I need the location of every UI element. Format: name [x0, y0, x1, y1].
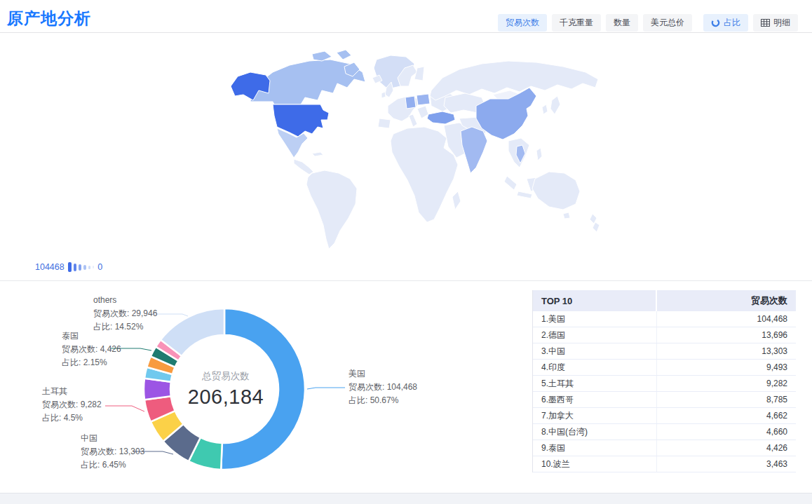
table-row: 4.印度9,493 — [533, 360, 796, 376]
callout-value: 贸易次数: 9,282 — [42, 398, 102, 411]
callout-value: 贸易次数: 4,426 — [62, 343, 121, 356]
toolbar: 贸易次数千克重量数量美元总价占比明细 — [498, 14, 798, 32]
table-cell-country: 10.波兰 — [533, 456, 657, 472]
table-row: 8.中国(台湾)4,660 — [533, 424, 796, 440]
map-region-iberia[interactable] — [378, 118, 391, 128]
map-region-cuba[interactable] — [312, 152, 323, 156]
map-region-japan[interactable] — [550, 96, 560, 114]
callout-percent: 占比: 2.15% — [62, 356, 121, 369]
top10-header-rank: TOP 10 — [533, 290, 657, 311]
table-cell-value: 4,426 — [657, 443, 796, 453]
table-row: 10.波兰3,463 — [533, 456, 796, 472]
metric-tab-千克重量[interactable]: 千克重量 — [552, 14, 601, 32]
map-region-italy[interactable] — [409, 114, 417, 127]
table-cell-country: 7.加拿大 — [533, 408, 657, 423]
table-cell-value: 13,303 — [657, 346, 796, 356]
map-legend: 104468 0 — [35, 261, 102, 273]
map-region-turkey[interactable] — [427, 111, 455, 124]
map-region-india[interactable] — [461, 127, 487, 173]
map-region-finland[interactable] — [414, 67, 424, 81]
table-cell-country: 5.土耳其 — [533, 376, 657, 391]
table-grid-icon — [761, 19, 770, 27]
table-cell-value: 4,660 — [657, 427, 796, 437]
table-cell-value: 3,463 — [657, 459, 796, 469]
callout-name: 美国 — [349, 367, 417, 381]
map-region-sumatra[interactable] — [504, 176, 517, 190]
table-cell-value: 104,468 — [657, 314, 796, 324]
map-region-germany[interactable] — [405, 96, 416, 109]
callout-name: 泰国 — [62, 329, 121, 343]
origin-analysis-page: 原产地分析 贸易次数千克重量数量美元总价占比明细 — [0, 0, 812, 504]
table-cell-country: 6.墨西哥 — [533, 392, 657, 407]
legend-bar — [74, 264, 77, 271]
metric-tab-贸易次数[interactable]: 贸易次数 — [498, 14, 547, 32]
legend-bar — [83, 265, 86, 270]
legend-bar — [79, 264, 81, 271]
map-region-ireland[interactable] — [381, 92, 386, 98]
table-cell-value: 8,785 — [657, 395, 796, 404]
map-region-balkans[interactable] — [417, 106, 428, 118]
table-cell-value: 4,662 — [657, 411, 796, 421]
legend-bar — [68, 262, 72, 272]
callout-line-usa — [307, 388, 345, 389]
callout-percent: 占比: 4.5% — [42, 411, 102, 425]
callout-percent: 占比: 50.67% — [349, 394, 417, 407]
table-row: 6.墨西哥8,785 — [533, 392, 796, 408]
map-legend-bars — [68, 262, 95, 272]
table-cell-country: 2.德国 — [533, 327, 657, 343]
top10-table-header: TOP 10 贸易次数 — [533, 290, 796, 311]
map-region-poland[interactable] — [417, 94, 430, 105]
map-region-philippines[interactable] — [536, 148, 542, 161]
table-cell-value: 9,493 — [657, 362, 796, 372]
donut-chart-icon — [711, 18, 720, 27]
legend-bar — [88, 266, 90, 269]
map-region-korea[interactable] — [542, 104, 548, 114]
section-divider — [0, 280, 812, 281]
callout-value: 贸易次数: 29,946 — [93, 307, 157, 320]
donut-callout-china: 中国 贸易次数: 13,303 占比: 6.45% — [81, 432, 144, 472]
table-cell-country: 9.泰国 — [533, 440, 657, 456]
table-row: 3.中国13,303 — [533, 343, 796, 360]
page-title: 原产地分析 — [7, 8, 91, 29]
donut-callout-turkey: 土耳其 贸易次数: 9,282 占比: 4.5% — [42, 385, 102, 425]
table-cell-country: 4.印度 — [533, 360, 657, 375]
top10-table-body: 1.美国104,4682.德国13,6963.中国13,3034.印度9,493… — [533, 311, 796, 472]
map-region-java[interactable] — [517, 191, 532, 198]
table-row: 1.美国104,468 — [533, 311, 796, 327]
table-row: 7.加拿大4,662 — [533, 408, 796, 424]
callout-value: 贸易次数: 13,303 — [81, 445, 144, 458]
callout-percent: 占比: 6.45% — [81, 458, 144, 472]
table-cell-country: 3.中国 — [533, 343, 657, 359]
page-header: 原产地分析 贸易次数千克重量数量美元总价占比明细 — [0, 0, 812, 33]
donut-callout-thailand: 泰国 贸易次数: 4,426 占比: 2.15% — [62, 329, 121, 369]
map-legend-min: 0 — [97, 262, 102, 272]
footer-band — [0, 493, 812, 504]
donut-callout-others: others 贸易次数: 29,946 占比: 14.52% — [93, 294, 157, 334]
legend-bar — [93, 266, 95, 268]
callout-value: 贸易次数: 104,468 — [349, 381, 417, 394]
map-region-canada-arctic-2[interactable] — [337, 50, 351, 60]
metric-tab-美元总价[interactable]: 美元总价 — [643, 14, 692, 32]
map-region-madagascar[interactable] — [452, 191, 461, 210]
map-region-tasmania[interactable] — [563, 212, 570, 219]
view-toggle-明细[interactable]: 明细 — [753, 14, 798, 32]
callout-name: 中国 — [81, 432, 144, 445]
callout-name: others — [93, 294, 157, 307]
table-cell-value: 9,282 — [657, 379, 796, 388]
table-cell-country: 8.中国(台湾) — [533, 424, 657, 440]
table-cell-country: 1.美国 — [533, 311, 657, 327]
map-legend-max: 104468 — [35, 262, 65, 272]
callout-line-turkey — [105, 406, 144, 411]
map-region-central-america[interactable] — [294, 159, 313, 175]
metric-tab-数量[interactable]: 数量 — [606, 14, 638, 32]
map-region-south-america[interactable] — [306, 170, 357, 249]
callout-name: 土耳其 — [42, 385, 102, 398]
table-row: 9.泰国4,426 — [533, 440, 796, 456]
top10-table: TOP 10 贸易次数 1.美国104,4682.德国13,6963.中国13,… — [532, 290, 796, 472]
view-toggle-占比[interactable]: 占比 — [703, 14, 748, 32]
map-region-australia[interactable] — [532, 172, 580, 210]
table-cell-value: 13,696 — [657, 330, 796, 340]
table-row: 2.德国13,696 — [533, 327, 796, 343]
donut-callout-usa: 美国 贸易次数: 104,468 占比: 50.67% — [349, 367, 417, 407]
donut-slice-美国[interactable] — [221, 308, 305, 470]
